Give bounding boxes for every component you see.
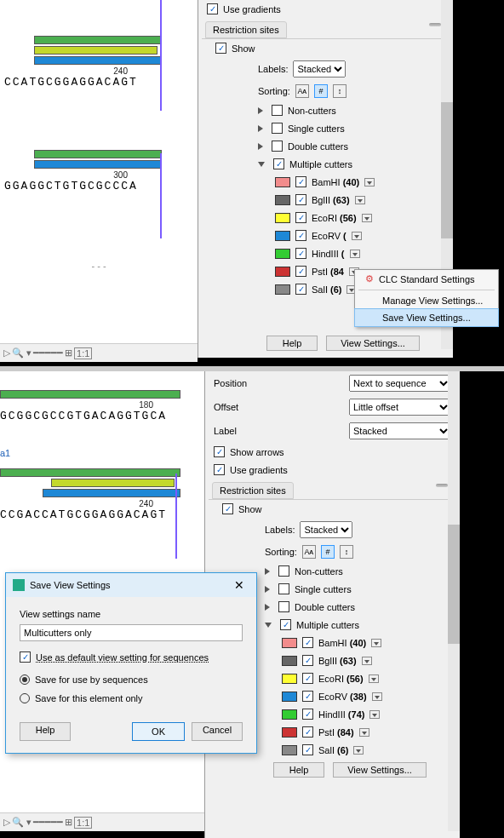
position-select[interactable]: Next to sequence (349, 375, 451, 392)
zoom-in-icon[interactable]: 🔍 ▾ (12, 347, 32, 359)
enzyme-menu-icon[interactable] (362, 214, 372, 222)
help-button[interactable]: Help (273, 762, 324, 778)
sort-count-icon[interactable]: # (321, 545, 335, 559)
non-cutters-checkbox[interactable] (272, 105, 283, 116)
enzyme-color-swatch[interactable] (275, 231, 290, 241)
show-checkbox[interactable] (215, 43, 226, 54)
enzyme-menu-icon[interactable] (371, 639, 381, 647)
enzyme-checkbox[interactable] (302, 709, 313, 720)
tree-toggle[interactable] (265, 586, 270, 593)
double-cutters-checkbox[interactable] (272, 141, 283, 152)
enzyme-color-swatch[interactable] (275, 284, 290, 295)
multiple-cutters-checkbox[interactable] (280, 619, 291, 630)
enzyme-checkbox[interactable] (295, 176, 306, 187)
dialog-cancel-button[interactable]: Cancel (192, 722, 243, 741)
default-checkbox[interactable] (20, 651, 31, 663)
use-gradients-checkbox[interactable] (214, 464, 225, 475)
enzyme-color-swatch[interactable] (275, 195, 290, 205)
panel-title-restriction[interactable]: Restriction sites (205, 21, 287, 38)
enzyme-checkbox[interactable] (295, 266, 306, 277)
enzyme-color-swatch[interactable] (282, 709, 297, 720)
sequence-toolbar[interactable]: ▷ 🔍 ▾ ━━━━━ ⊞ 1:1 (0, 343, 198, 362)
sort-alpha-icon[interactable]: Aᴀ (302, 545, 316, 559)
sort-alpha-icon[interactable]: Aᴀ (295, 84, 309, 98)
ratio-icon[interactable]: 1:1 (74, 817, 92, 829)
name-input[interactable] (20, 624, 243, 641)
enzyme-menu-icon[interactable] (369, 674, 379, 683)
offset-select[interactable]: Little offset (349, 399, 451, 416)
use-gradients-checkbox[interactable] (207, 3, 218, 14)
show-arrows-checkbox[interactable] (214, 446, 225, 457)
fit-icon[interactable]: ⊞ (65, 817, 72, 828)
enzyme-color-swatch[interactable] (282, 692, 297, 702)
label-select[interactable]: Stacked (349, 422, 451, 439)
enzyme-checkbox[interactable] (295, 230, 306, 241)
enzyme-menu-icon[interactable] (352, 232, 362, 240)
single-cutters-checkbox[interactable] (272, 123, 283, 134)
enzyme-color-swatch[interactable] (275, 249, 290, 259)
tree-toggle[interactable] (265, 623, 272, 628)
sort-count-icon[interactable]: # (314, 84, 328, 98)
enzyme-color-swatch[interactable] (275, 213, 290, 223)
enzyme-checkbox[interactable] (295, 194, 306, 205)
enzyme-menu-icon[interactable] (372, 692, 382, 701)
save-all-radio[interactable] (20, 674, 30, 685)
collapse-icon[interactable] (429, 23, 441, 26)
multiple-cutters-checkbox[interactable] (273, 158, 284, 169)
tree-toggle[interactable] (265, 604, 270, 611)
fit-icon[interactable]: ⊞ (65, 347, 72, 359)
enzyme-checkbox[interactable] (302, 744, 313, 755)
zoom-in-icon[interactable]: 🔍 ▾ (12, 817, 32, 828)
enzyme-menu-icon[interactable] (355, 196, 365, 204)
ctx-manage-view-settings[interactable]: Manage View Settings... (355, 292, 498, 309)
view-settings-button[interactable]: View Settings... (326, 336, 420, 351)
enzyme-menu-icon[interactable] (353, 746, 364, 755)
tree-toggle[interactable] (265, 568, 270, 575)
enzyme-checkbox[interactable] (295, 248, 306, 259)
enzyme-color-swatch[interactable] (282, 727, 297, 738)
sequence-view[interactable]: 240 CCATGCGGAGGACAGT 300 GGAGGCTGTGCGCCC… (0, 0, 198, 362)
view-settings-button[interactable]: View Settings... (333, 762, 427, 778)
cursor-icon[interactable]: ▷ (3, 817, 10, 828)
save-this-radio[interactable] (20, 693, 30, 703)
collapse-icon[interactable] (436, 484, 448, 487)
enzyme-menu-icon[interactable] (369, 710, 380, 719)
labels-select[interactable]: Stacked (300, 521, 352, 538)
enzyme-color-swatch[interactable] (275, 267, 290, 277)
ctx-clc-standard[interactable]: ⚙ CLC Standard Settings (355, 270, 498, 288)
labels-select[interactable]: Stacked (293, 60, 346, 77)
ctx-save-view-settings[interactable]: Save View Settings... (354, 308, 499, 327)
tree-toggle[interactable] (258, 162, 265, 167)
close-button[interactable]: ✕ (229, 578, 249, 592)
enzyme-checkbox[interactable] (302, 655, 313, 666)
panel-title-restriction[interactable]: Restriction sites (212, 482, 294, 499)
enzyme-color-swatch[interactable] (282, 745, 297, 755)
tree-toggle[interactable] (258, 125, 263, 132)
non-cutters-checkbox[interactable] (278, 565, 289, 577)
single-cutters-checkbox[interactable] (278, 583, 289, 594)
sort-length-icon[interactable]: ↕ (340, 545, 353, 559)
enzyme-menu-icon[interactable] (350, 250, 360, 258)
enzyme-menu-icon[interactable] (362, 657, 372, 665)
dialog-help-button[interactable]: Help (20, 722, 71, 741)
enzyme-checkbox[interactable] (295, 284, 306, 295)
cursor-icon[interactable]: ▷ (3, 347, 10, 359)
ratio-icon[interactable]: 1:1 (74, 347, 92, 359)
enzyme-color-swatch[interactable] (282, 674, 297, 684)
enzyme-menu-icon[interactable] (364, 178, 375, 187)
show-checkbox[interactable] (222, 503, 233, 514)
enzyme-checkbox[interactable] (302, 673, 313, 684)
double-cutters-checkbox[interactable] (278, 601, 289, 612)
enzyme-checkbox[interactable] (302, 726, 313, 738)
help-button[interactable]: Help (266, 336, 318, 351)
enzyme-color-swatch[interactable] (282, 638, 297, 648)
enzyme-menu-icon[interactable] (359, 728, 369, 737)
enzyme-color-swatch[interactable] (282, 656, 297, 666)
enzyme-checkbox[interactable] (302, 691, 313, 702)
tree-toggle[interactable] (258, 107, 263, 114)
dialog-ok-button[interactable]: OK (132, 722, 185, 741)
tree-toggle[interactable] (258, 143, 263, 150)
scrollbar[interactable] (448, 371, 460, 831)
sequence-toolbar[interactable]: ▷ 🔍 ▾ ━━━━━ ⊞ 1:1 (0, 812, 204, 831)
enzyme-checkbox[interactable] (302, 637, 313, 648)
